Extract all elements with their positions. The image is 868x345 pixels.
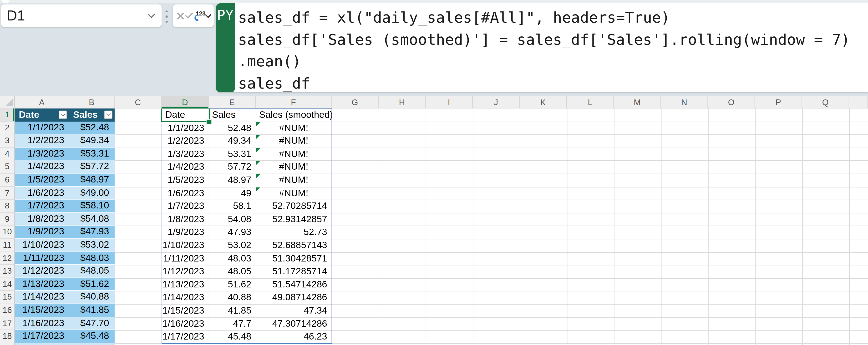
filter-button-sales[interactable] xyxy=(104,111,113,119)
gridline xyxy=(15,317,868,318)
cell-A19-partial xyxy=(15,343,115,345)
enter-icon[interactable] xyxy=(185,11,193,19)
column-header-D[interactable]: D xyxy=(161,96,209,108)
column-header-A[interactable]: A xyxy=(15,96,69,108)
gridline xyxy=(15,265,868,265)
select-all-corner[interactable] xyxy=(0,96,15,108)
cell-A13[interactable]: 1/12/2023 xyxy=(15,265,69,278)
row-header-13[interactable]: 13 xyxy=(0,265,14,278)
cell-B12[interactable]: $48.03 xyxy=(69,252,115,265)
gridline xyxy=(426,108,426,345)
gridline xyxy=(15,161,868,161)
row-header-9[interactable]: 9 xyxy=(0,213,14,226)
cell-A3[interactable]: 1/2/2023 xyxy=(15,134,69,147)
cell-A17[interactable]: 1/16/2023 xyxy=(15,317,69,330)
cell-A15[interactable]: 1/14/2023 xyxy=(15,291,69,304)
column-header-partial[interactable] xyxy=(849,96,868,108)
row-header-11[interactable]: 11 xyxy=(0,239,14,252)
cell-A6[interactable]: 1/5/2023 xyxy=(15,174,69,187)
formula-bar-drag-handle[interactable] xyxy=(164,10,169,23)
name-box-value: D1 xyxy=(1,7,149,24)
column-header-O[interactable]: O xyxy=(708,96,755,108)
cell-B8[interactable]: $58.10 xyxy=(69,200,115,213)
cell-A12[interactable]: 1/11/2023 xyxy=(15,252,69,265)
column-header-E[interactable]: E xyxy=(209,96,256,108)
cell-B4[interactable]: $53.31 xyxy=(69,147,115,161)
cell-B3[interactable]: $49.34 xyxy=(69,134,115,147)
cell-B13[interactable]: $48.05 xyxy=(69,265,115,278)
cell-A11[interactable]: 1/10/2023 xyxy=(15,239,69,252)
table-header-date[interactable]: Date xyxy=(15,108,69,122)
row-header-18[interactable]: 18 xyxy=(0,330,14,343)
cell-B2[interactable]: $52.48 xyxy=(69,122,115,134)
selected-cell[interactable]: Date xyxy=(161,108,210,122)
cells-area[interactable] xyxy=(15,108,868,345)
row-header-16[interactable]: 16 xyxy=(0,304,14,317)
column-header-P[interactable]: P xyxy=(755,96,802,108)
cell-A18[interactable]: 1/17/2023 xyxy=(15,330,69,343)
cell-A7[interactable]: 1/6/2023 xyxy=(15,186,69,200)
formula-input[interactable]: sales_df = xl("daily_sales[#All]", heade… xyxy=(238,7,866,94)
row-header-10[interactable]: 10 xyxy=(0,226,14,239)
row-header-6[interactable]: 6 xyxy=(0,174,14,187)
gridline xyxy=(15,122,868,122)
filter-button-date[interactable] xyxy=(59,111,67,119)
cell-A10[interactable]: 1/9/2023 xyxy=(15,226,69,239)
column-header-H[interactable]: H xyxy=(379,96,426,108)
column-header-L[interactable]: L xyxy=(567,96,614,108)
column-header-Q[interactable]: Q xyxy=(802,96,849,108)
cell-B17[interactable]: $47.70 xyxy=(69,317,115,330)
row-header-12[interactable]: 12 xyxy=(0,252,14,265)
cell-B16[interactable]: $41.85 xyxy=(69,304,115,317)
column-header-C[interactable]: C xyxy=(115,96,161,108)
cell-A8[interactable]: 1/7/2023 xyxy=(15,200,69,213)
name-box[interactable]: D1 xyxy=(1,4,162,27)
cell-A16[interactable]: 1/15/2023 xyxy=(15,304,69,317)
formula-bar[interactable]: PY sales_df = xl("daily_sales[#All]", he… xyxy=(216,3,868,92)
python-badge: PY xyxy=(216,3,235,92)
table-header-sales[interactable]: Sales xyxy=(69,108,115,122)
row-header-1[interactable]: 1 xyxy=(0,108,14,122)
row-header-3[interactable]: 3 xyxy=(0,134,14,147)
gridline xyxy=(802,108,803,345)
row-header-15[interactable]: 15 xyxy=(0,291,14,304)
column-header-I[interactable]: I xyxy=(426,96,473,108)
gridline xyxy=(15,186,868,187)
cell-B5[interactable]: $57.72 xyxy=(69,161,115,174)
cell-B9[interactable]: $54.08 xyxy=(69,213,115,226)
column-header-F[interactable]: F xyxy=(256,96,332,108)
cell-B6[interactable]: $48.97 xyxy=(69,174,115,187)
cell-A14[interactable]: 1/13/2023 xyxy=(15,278,69,291)
row-header-17[interactable]: 17 xyxy=(0,317,14,330)
number-format-icon[interactable]: 123 xyxy=(193,10,205,21)
column-header-G[interactable]: G xyxy=(332,96,379,108)
fill-handle[interactable] xyxy=(206,119,211,124)
cell-B10[interactable]: $47.93 xyxy=(69,226,115,239)
row-header-14[interactable]: 14 xyxy=(0,278,14,291)
column-header-J[interactable]: J xyxy=(473,96,520,108)
cell-A9[interactable]: 1/8/2023 xyxy=(15,213,69,226)
column-header-M[interactable]: M xyxy=(614,96,661,108)
cell-B18[interactable]: $45.48 xyxy=(69,330,115,343)
column-header-N[interactable]: N xyxy=(661,96,708,108)
column-header-K[interactable]: K xyxy=(520,96,567,108)
row-header-7[interactable]: 7 xyxy=(0,186,14,200)
cell-B7[interactable]: $49.00 xyxy=(69,186,115,200)
name-box-dropdown-icon[interactable] xyxy=(148,11,155,18)
cancel-icon[interactable] xyxy=(177,12,184,20)
cell-A5[interactable]: 1/4/2023 xyxy=(15,161,69,174)
cell-A4[interactable]: 1/3/2023 xyxy=(15,147,69,161)
spill-range-border xyxy=(161,108,332,344)
cell-B14[interactable]: $51.62 xyxy=(69,278,115,291)
cell-B15[interactable]: $40.88 xyxy=(69,291,115,304)
select-all-triangle-icon xyxy=(5,99,12,106)
cell-A2[interactable]: 1/1/2023 xyxy=(15,122,69,134)
cell-B11[interactable]: $53.02 xyxy=(69,239,115,252)
row-header-2[interactable]: 2 xyxy=(0,122,14,134)
column-header-B[interactable]: B xyxy=(69,96,115,108)
row-header-4[interactable]: 4 xyxy=(0,147,14,161)
row-header-selection-bar xyxy=(13,108,14,121)
number-format-dropdown-icon[interactable] xyxy=(205,12,211,18)
row-header-8[interactable]: 8 xyxy=(0,200,14,213)
row-header-5[interactable]: 5 xyxy=(0,161,14,174)
